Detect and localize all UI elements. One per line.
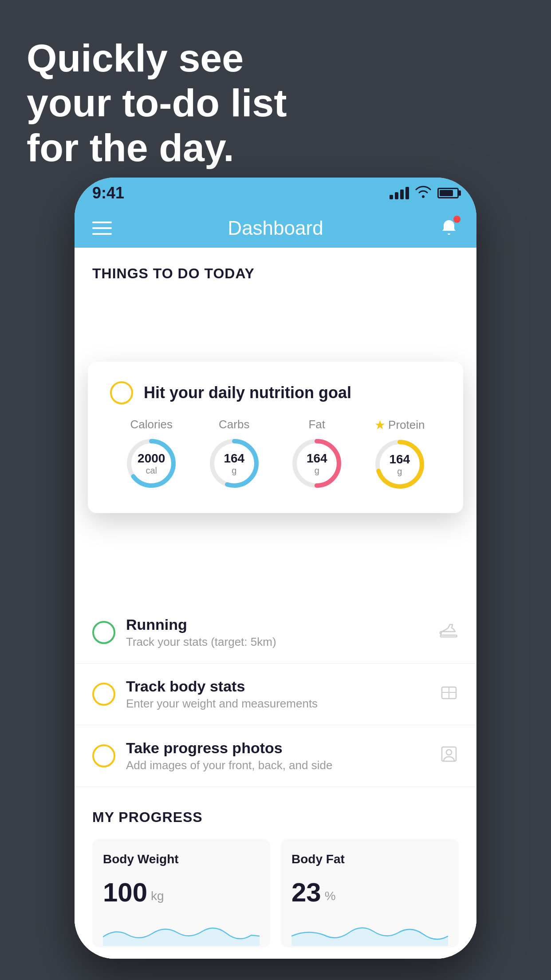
photos-subtitle: Add images of your front, back, and side <box>126 759 429 772</box>
calories-donut: 2000 cal <box>125 437 178 490</box>
carbs-value: 164 <box>224 452 244 466</box>
notification-dot <box>453 216 460 223</box>
carbs-unit: g <box>224 465 244 475</box>
fat-label: Fat <box>308 418 325 431</box>
body-fat-unit: % <box>325 889 336 903</box>
signal-icon <box>390 187 409 199</box>
body-weight-value: 100 kg <box>103 877 260 908</box>
body-fat-card[interactable]: Body Fat 23 % <box>281 839 459 948</box>
phone-frame: 9:41 <box>75 178 476 959</box>
task-body-stats[interactable]: Track body stats Enter your weight and m… <box>75 664 476 725</box>
running-title: Running <box>126 616 429 633</box>
status-icons <box>390 186 459 201</box>
protein-unit: g <box>389 466 410 476</box>
star-icon: ★ <box>374 418 386 432</box>
nutrition-calories: Calories 2000 cal <box>125 418 178 491</box>
body-weight-card[interactable]: Body Weight 100 kg <box>92 839 270 948</box>
task-list: Running Track your stats (target: 5km) <box>75 602 476 787</box>
person-icon <box>439 744 459 768</box>
scale-icon <box>439 683 459 706</box>
nutrition-task-row: Hit your daily nutrition goal <box>110 381 441 404</box>
body-fat-wave <box>291 919 448 946</box>
running-circle <box>92 621 115 644</box>
running-subtitle: Track your stats (target: 5km) <box>126 635 429 649</box>
task-running[interactable]: Running Track your stats (target: 5km) <box>75 602 476 664</box>
section-header-today: THINGS TO DO TODAY <box>75 248 476 291</box>
nav-title: Dashboard <box>228 217 323 239</box>
body-stats-text: Track body stats Enter your weight and m… <box>126 678 429 711</box>
protein-donut: 164 g <box>373 438 426 491</box>
status-time: 9:41 <box>92 184 124 202</box>
battery-icon <box>437 188 459 198</box>
running-text: Running Track your stats (target: 5km) <box>126 616 429 649</box>
progress-section: MY PROGRESS Body Weight 100 kg <box>75 787 476 959</box>
protein-label: ★ Protein <box>374 418 425 432</box>
body-stats-title: Track body stats <box>126 678 429 695</box>
body-stats-subtitle: Enter your weight and measurements <box>126 697 429 711</box>
nav-bar: Dashboard <box>75 209 476 248</box>
nutrition-card: Hit your daily nutrition goal Calories <box>88 362 463 513</box>
carbs-donut: 164 g <box>208 437 261 490</box>
body-stats-circle <box>92 683 115 706</box>
calories-label: Calories <box>130 418 173 431</box>
hamburger-button[interactable] <box>92 221 112 235</box>
body-weight-wave <box>103 919 260 946</box>
progress-header: MY PROGRESS <box>92 809 459 826</box>
body-weight-unit: kg <box>151 889 164 903</box>
body-weight-title: Body Weight <box>103 852 260 866</box>
nutrition-grid: Calories 2000 cal <box>110 418 441 491</box>
calories-unit: cal <box>138 465 165 475</box>
svg-point-12 <box>446 750 452 755</box>
headline-text: Quickly see your to-do list for the day. <box>27 36 287 170</box>
nutrition-fat: Fat 164 g <box>290 418 343 491</box>
body-fat-value: 23 % <box>291 877 448 908</box>
fat-value: 164 <box>307 452 327 466</box>
progress-cards: Body Weight 100 kg B <box>92 839 459 948</box>
task-progress-photos[interactable]: Take progress photos Add images of your … <box>75 725 476 787</box>
calories-value: 2000 <box>138 452 165 466</box>
photos-title: Take progress photos <box>126 739 429 757</box>
scroll-area[interactable]: THINGS TO DO TODAY Hit your daily nutrit… <box>75 248 476 959</box>
status-bar: 9:41 <box>75 178 476 209</box>
bell-button[interactable] <box>439 217 459 239</box>
wifi-icon <box>415 186 431 201</box>
fat-donut: 164 g <box>290 437 343 490</box>
fat-unit: g <box>307 465 327 475</box>
nutrition-circle <box>110 381 133 404</box>
shoe-icon <box>439 623 459 643</box>
photos-circle <box>92 744 115 767</box>
nutrition-carbs: Carbs 164 g <box>208 418 261 491</box>
body-fat-title: Body Fat <box>291 852 448 866</box>
nutrition-protein: ★ Protein 164 g <box>373 418 426 491</box>
nutrition-task-label: Hit your daily nutrition goal <box>144 383 351 402</box>
photos-text: Take progress photos Add images of your … <box>126 739 429 772</box>
protein-value: 164 <box>389 453 410 466</box>
carbs-label: Carbs <box>219 418 249 431</box>
